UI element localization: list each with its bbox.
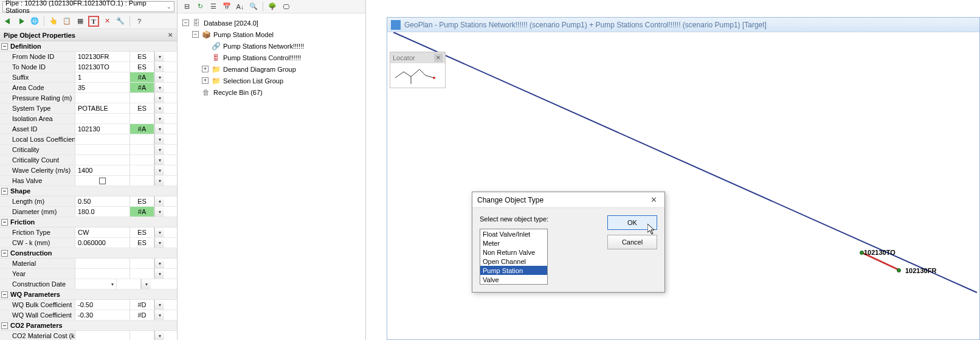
property-flag[interactable]: #A	[130, 124, 154, 134]
tree-item[interactable]: +📁Selection List Group	[180, 75, 363, 86]
property-flag[interactable]	[130, 165, 154, 175]
property-flag[interactable]: ES	[130, 196, 154, 206]
chevron-down-icon[interactable]: ▾	[154, 310, 164, 320]
property-flag[interactable]: #D	[130, 310, 154, 320]
property-value[interactable]	[75, 114, 130, 123]
tree-item[interactable]: 🎛Pump Stations Control!!!!!!	[180, 52, 363, 63]
object-type-listbox[interactable]: Float Valve/InletMeterNon Return ValveOp…	[480, 229, 548, 285]
group-header[interactable]: −Friction	[0, 217, 177, 227]
chevron-down-icon[interactable]: ▾	[141, 279, 151, 289]
chevron-down-icon[interactable]: ▾	[154, 83, 164, 92]
group-header[interactable]: −CO2 Parameters	[0, 321, 177, 331]
chevron-down-icon[interactable]: ▾	[154, 331, 164, 340]
property-flag[interactable]	[130, 134, 154, 144]
property-value[interactable]	[75, 93, 130, 103]
property-value[interactable]: 102130FR	[75, 52, 130, 61]
locator-minimap[interactable]	[390, 63, 445, 88]
chevron-down-icon[interactable]: ▾	[154, 196, 164, 206]
property-row[interactable]: Friction TypeCWES▾	[0, 227, 177, 238]
property-flag[interactable]	[130, 258, 154, 268]
property-flag[interactable]	[130, 269, 154, 279]
property-flag[interactable]: ES	[130, 238, 154, 248]
type-change-button[interactable]: T	[88, 16, 99, 27]
property-row[interactable]: Suffix1#A▾	[0, 72, 177, 83]
property-flag[interactable]: ES	[130, 62, 154, 72]
property-value[interactable]: POTABLE	[75, 103, 130, 113]
nav-forward-icon[interactable]	[16, 16, 27, 27]
chevron-down-icon[interactable]: ▾	[154, 207, 164, 217]
listbox-item[interactable]: Float Valve/Inlet	[480, 229, 547, 238]
property-value[interactable]	[75, 145, 130, 154]
refresh-icon[interactable]: ↻	[195, 1, 205, 12]
property-flag[interactable]: ES	[130, 103, 154, 113]
property-flag[interactable]	[130, 114, 154, 123]
property-row[interactable]: Pressure Rating (m)▾	[0, 93, 177, 103]
chevron-down-icon[interactable]: ▾	[154, 103, 164, 113]
chevron-down-icon[interactable]: ▾	[154, 145, 164, 154]
property-value[interactable]: 102130TO	[75, 62, 130, 72]
property-value[interactable]: 1	[75, 72, 130, 82]
globe-icon[interactable]: 🌐	[29, 16, 40, 27]
property-value[interactable]: 0.50	[75, 196, 130, 206]
property-row[interactable]: Area Code35#A▾	[0, 83, 177, 93]
paste-icon[interactable]: 📋	[61, 16, 72, 27]
group-header[interactable]: −Shape	[0, 186, 177, 196]
tree-item[interactable]: +📁Demand Diagram Group	[180, 63, 363, 75]
delete-icon[interactable]: ✕	[102, 16, 112, 27]
collapse-icon[interactable]: −	[192, 31, 199, 38]
object-selector-dropdown[interactable]: Pipe : 102130 (102130FR.102130TO.1) : Pu…	[2, 1, 174, 12]
chevron-down-icon[interactable]: ▾	[154, 300, 164, 310]
property-flag[interactable]	[130, 176, 154, 186]
chevron-down-icon[interactable]: ▾	[154, 72, 164, 82]
property-value[interactable]	[75, 134, 130, 144]
listbox-item[interactable]: Valve	[480, 275, 547, 284]
property-flag[interactable]: #A	[130, 83, 154, 92]
expand-icon[interactable]: +	[202, 66, 209, 72]
chevron-down-icon[interactable]: ▾	[154, 238, 164, 248]
collapse-icon[interactable]: ⊟	[181, 1, 192, 12]
property-row[interactable]: Criticality▾	[0, 145, 177, 155]
property-row[interactable]: Diameter (mm)180.0#A▾	[0, 207, 177, 217]
listbox-item[interactable]: Non Return Valve	[480, 248, 547, 257]
property-flag[interactable]	[117, 279, 141, 289]
listbox-item[interactable]: Open Channel	[480, 257, 547, 266]
property-flag[interactable]	[130, 155, 154, 165]
locator-close-icon[interactable]: ✕	[434, 54, 443, 62]
property-flag[interactable]: #A	[130, 72, 154, 82]
property-row[interactable]: Isolation Area▾	[0, 114, 177, 124]
property-value[interactable]: 1400	[75, 165, 130, 175]
expand-icon[interactable]: +	[202, 77, 209, 84]
chevron-down-icon[interactable]: ▾	[154, 124, 164, 134]
property-row[interactable]: Length (m)0.50ES▾	[0, 196, 177, 207]
property-flag[interactable]	[130, 145, 154, 154]
property-grid[interactable]: −DefinitionFrom Node ID102130FRES▾To Nod…	[0, 41, 177, 340]
group-header[interactable]: −Construction	[0, 248, 177, 258]
property-value[interactable]	[75, 258, 130, 268]
chevron-down-icon[interactable]: ▾	[154, 134, 164, 144]
wrench-icon[interactable]: 🔧	[115, 16, 126, 27]
chevron-down-icon[interactable]: ▾	[154, 269, 164, 279]
ok-button[interactable]: OK	[607, 215, 657, 230]
property-row[interactable]: CO2 Material Cost (k▾	[0, 331, 177, 340]
node-to-dot[interactable]	[860, 251, 864, 255]
property-flag[interactable]: ES	[130, 52, 154, 61]
chevron-down-icon[interactable]: ▾	[111, 282, 114, 287]
collapse-icon[interactable]: −	[182, 19, 189, 26]
property-value[interactable]: 35	[75, 83, 130, 92]
pointer-icon[interactable]: 👆	[48, 16, 59, 27]
group-header[interactable]: −WQ Parameters	[0, 290, 177, 300]
group-header[interactable]: −Definition	[0, 41, 177, 52]
property-value[interactable]: -0.50	[75, 300, 130, 310]
nav-back-icon[interactable]	[2, 16, 13, 27]
chevron-down-icon[interactable]: ▾	[154, 227, 164, 237]
property-value[interactable]: 102130	[75, 124, 130, 134]
locator-window[interactable]: Locator ✕	[390, 52, 446, 88]
listbox-item[interactable]: Meter	[480, 238, 547, 248]
tree-item[interactable]: −📦Pump Station Model	[180, 29, 363, 40]
property-value[interactable]: ▾	[75, 279, 117, 289]
property-row[interactable]: Local Loss Coefficien▾	[0, 134, 177, 145]
property-row[interactable]: To Node ID102130TOES▾	[0, 62, 177, 72]
property-row[interactable]: Wave Celerity (m/s)1400▾	[0, 165, 177, 176]
property-flag[interactable]: #A	[130, 207, 154, 217]
property-flag[interactable]: ES	[130, 227, 154, 237]
